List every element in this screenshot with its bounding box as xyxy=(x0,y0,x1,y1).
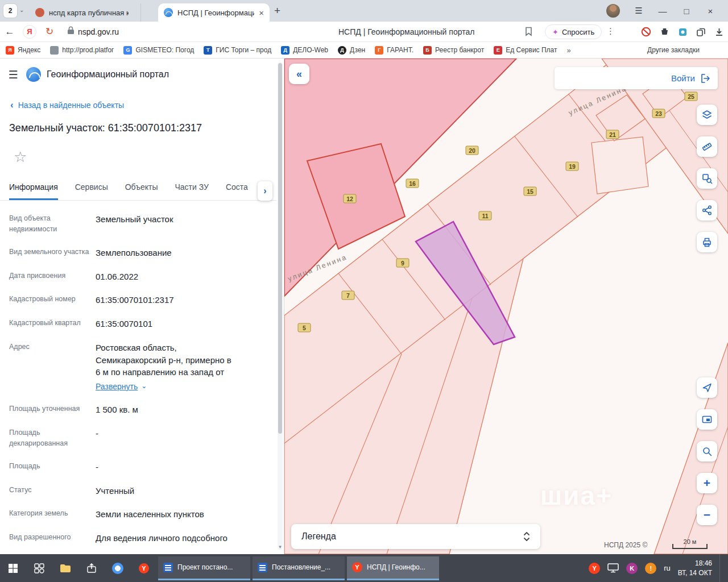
browser-app-button[interactable] xyxy=(105,554,131,582)
parcel-label[interactable]: 20 xyxy=(466,146,478,155)
tab-services[interactable]: Сервисы xyxy=(75,182,108,200)
parcel-label[interactable]: 16 xyxy=(406,179,419,188)
yandex-home-button[interactable]: Я xyxy=(23,25,36,39)
scroll-down-arrow-icon[interactable]: ▾ xyxy=(278,544,283,550)
login-bar[interactable]: Войти xyxy=(555,67,718,89)
share-button[interactable] xyxy=(697,200,717,221)
map-viewport[interactable]: улица Ленина улица Ленина 5 7 9 11 12 15… xyxy=(284,59,728,554)
widgets-button[interactable] xyxy=(26,554,52,582)
favorite-star-icon[interactable]: ☆ xyxy=(14,148,27,166)
tray-time: 18:46 xyxy=(678,559,712,568)
bookmark-item[interactable]: ЯЯндекс xyxy=(6,46,40,55)
minimap-button[interactable] xyxy=(697,409,717,430)
legend-toggle-chevrons-icon[interactable] xyxy=(523,531,530,542)
tabs-copy-icon[interactable] xyxy=(695,26,706,38)
print-button[interactable] xyxy=(697,232,717,252)
connection-lock-icon[interactable] xyxy=(67,26,75,37)
tray-warning-icon[interactable]: ! xyxy=(645,563,656,574)
export-app-button[interactable] xyxy=(78,554,105,582)
parcel-label[interactable]: 11 xyxy=(479,211,491,220)
measure-button[interactable] xyxy=(697,136,717,157)
taskbar-window-doc2[interactable]: Постановление_... xyxy=(253,556,345,580)
legend-bar[interactable]: Легенда xyxy=(291,524,540,549)
parcel-label[interactable]: 15 xyxy=(524,187,536,196)
tab-close-icon[interactable]: × xyxy=(259,8,264,18)
tray-display-icon[interactable] xyxy=(607,563,619,573)
tab-counter-chevron-icon[interactable]: ⌄ xyxy=(19,7,24,13)
extension-icon-teal[interactable] xyxy=(677,26,688,38)
tab-objects[interactable]: Объекты xyxy=(125,182,158,200)
bookmark-item[interactable]: ЕЕд Сервис Плат xyxy=(494,46,557,55)
layers-button[interactable] xyxy=(697,105,717,125)
search-on-map-button[interactable] xyxy=(697,441,717,462)
tab-counter-button[interactable]: 2 xyxy=(3,4,17,18)
yandex-browser-taskbar-button[interactable]: Y xyxy=(131,554,157,582)
other-bookmarks-button[interactable]: Другие закладки xyxy=(647,46,722,54)
window-maximize-button[interactable]: □ xyxy=(675,6,698,16)
ask-label: Спросить xyxy=(562,28,594,36)
parcel-label[interactable]: 23 xyxy=(652,109,665,118)
tray-k-icon[interactable]: K xyxy=(626,563,638,574)
tab-information[interactable]: Информация xyxy=(9,182,58,200)
downloads-icon[interactable] xyxy=(713,26,725,38)
hamburger-menu-icon[interactable]: ☰ xyxy=(0,68,26,81)
browser-tab-1[interactable]: нспд карта публичная ка... xyxy=(30,3,141,22)
parcel-19-outline[interactable] xyxy=(592,137,648,194)
bookmark-item[interactable]: ТГИС Торги – прод xyxy=(204,46,271,55)
address-page-title[interactable]: НСПД | Геоинформационный портал xyxy=(338,22,474,42)
parcel-label[interactable]: 25 xyxy=(685,92,697,101)
zoom-out-button[interactable]: − xyxy=(697,505,717,525)
taskbar-window-nspd-active[interactable]: Y НСПД | Геоинфо... xyxy=(347,556,439,580)
extension-icon-dark[interactable] xyxy=(659,26,670,38)
panel-scrollbar[interactable]: ▾ xyxy=(278,62,283,550)
panel-header: ☰ Геоинформационный портал xyxy=(0,65,169,84)
browser-tab-2-active[interactable]: НСПД | Геоинформаци... × xyxy=(158,3,270,22)
bookmark-item[interactable]: GGISMETEO: Погод xyxy=(123,46,194,55)
zoom-in-button[interactable]: + xyxy=(697,473,717,493)
back-to-results-link[interactable]: ‹ Назад в найденные объекты xyxy=(10,99,124,111)
browser-icon xyxy=(112,563,123,574)
start-button[interactable] xyxy=(0,554,26,582)
bookmark-item[interactable]: http://prod.platfoг xyxy=(50,46,114,55)
parcel-label[interactable]: 7 xyxy=(342,291,354,300)
adblock-extension-icon[interactable] xyxy=(640,26,652,38)
bookmark-item[interactable]: БРеестр банкрот xyxy=(423,46,484,55)
show-desktop-button[interactable] xyxy=(719,554,722,582)
field-row: Вид объекта недвижимостиЗемельный участо… xyxy=(9,213,272,235)
bookmark-item[interactable]: ДДЕЛО-Web xyxy=(281,46,328,55)
browser-menu-icon[interactable]: ☰ xyxy=(627,6,651,16)
bookmark-flag-icon[interactable] xyxy=(525,27,532,39)
reload-button[interactable]: ↻ xyxy=(40,26,59,38)
language-indicator[interactable]: ru xyxy=(664,564,671,572)
bookmark-item[interactable]: ДДзен xyxy=(338,46,365,55)
back-button[interactable]: ← xyxy=(0,26,19,38)
scrollbar-thumb[interactable] xyxy=(278,63,282,434)
cadastral-map[interactable]: улица Ленина улица Ленина 5 7 9 11 12 15… xyxy=(284,59,728,554)
taskbar-window-doc1[interactable]: Проект постано... xyxy=(158,556,250,580)
window-minimize-button[interactable]: — xyxy=(651,6,675,16)
bookmark-item[interactable]: ГГАРАНТ. xyxy=(375,46,413,55)
parcel-label[interactable]: 12 xyxy=(344,194,356,203)
more-bookmarks-chevron-icon[interactable]: » xyxy=(566,46,570,55)
tabs-scroll-arrow-button[interactable]: › xyxy=(258,181,272,201)
alice-ask-button[interactable]: ✦ Спросить xyxy=(545,24,602,39)
expand-link[interactable]: Развернуть xyxy=(96,381,138,392)
parcel-label[interactable]: 19 xyxy=(566,162,578,171)
tray-yandex-icon[interactable]: Y xyxy=(589,563,600,574)
collapse-panel-button[interactable]: « xyxy=(289,64,309,84)
tab-composition[interactable]: Соста xyxy=(226,182,248,200)
window-close-button[interactable]: × xyxy=(698,6,722,16)
address-url[interactable]: nspd.gov.ru xyxy=(78,27,119,36)
profile-avatar[interactable] xyxy=(606,4,620,18)
parcel-label[interactable]: 9 xyxy=(396,259,409,267)
my-location-button[interactable] xyxy=(697,377,717,398)
object-search-button[interactable] xyxy=(697,168,717,189)
taskbar-clock[interactable]: 18:46 ВТ, 14 ОКТ xyxy=(678,559,712,577)
parcel-label[interactable]: 5 xyxy=(298,323,311,332)
window-title: НСПД | Геоинфо... xyxy=(367,563,425,571)
parcel-label[interactable]: 21 xyxy=(606,130,619,139)
tab-parts[interactable]: Части ЗУ xyxy=(175,182,208,200)
new-tab-button[interactable]: + xyxy=(274,5,280,17)
file-explorer-button[interactable] xyxy=(52,554,78,582)
address-kebab-menu-icon[interactable]: ⋮ xyxy=(606,26,615,36)
